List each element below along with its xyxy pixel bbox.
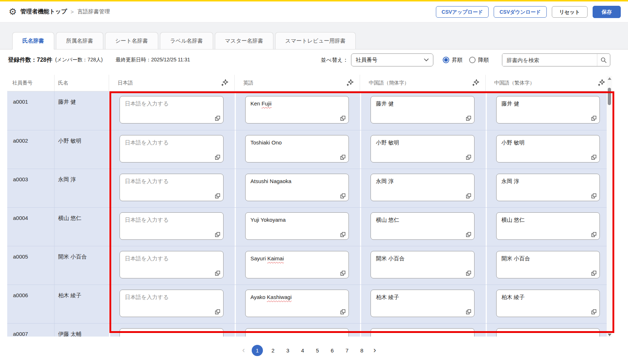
popout-icon[interactable] (591, 309, 597, 315)
popout-icon[interactable] (466, 270, 471, 276)
search-icon[interactable] (597, 54, 610, 66)
japanese-translation-input[interactable]: 日本語を入力する (120, 212, 224, 240)
chinese-traditional-translation-input[interactable]: 横山 悠仁 (496, 212, 600, 240)
reset-button[interactable]: リセット (552, 6, 588, 18)
popout-icon[interactable] (591, 232, 597, 237)
ai-sparkle-icon[interactable] (221, 79, 229, 88)
pagination-prev-icon[interactable]: ‹ (241, 346, 246, 354)
chinese-simplified-translation-input[interactable]: 横山 悠仁 (371, 212, 475, 240)
page-1[interactable]: 1 (252, 345, 263, 356)
chinese-simplified-translation-input[interactable]: 柏木 綾子 (371, 290, 475, 317)
japanese-translation-input[interactable]: 日本語を入力する (120, 174, 224, 201)
chinese-traditional-translation-input[interactable] (496, 328, 600, 337)
pagination-next-icon[interactable]: › (372, 346, 377, 354)
breadcrumb-current: 言語辞書管理 (77, 8, 110, 15)
page-5[interactable]: 5 (313, 345, 322, 356)
radio-ascending[interactable]: 昇順 (443, 57, 463, 64)
chinese-traditional-translation-input[interactable]: 開米 小百合 (496, 251, 600, 278)
chinese-simplified-translation-input[interactable] (371, 328, 475, 337)
japanese-translation-input[interactable]: 日本語を入力する (120, 290, 224, 317)
chinese-traditional-translation-input[interactable]: 永岡 淳 (496, 174, 600, 201)
vertical-scrollbar[interactable] (607, 76, 612, 337)
popout-icon[interactable] (466, 155, 471, 160)
header-actions: CSVアップロード CSVダウンロード リセット 保存 (436, 6, 621, 18)
popout-icon[interactable] (466, 193, 471, 199)
popout-icon[interactable] (340, 232, 346, 237)
chinese-traditional-translation-input[interactable]: 小野 敏明 (496, 135, 600, 162)
page-3[interactable]: 3 (283, 345, 293, 356)
csv-download-button[interactable]: CSVダウンロード (494, 6, 546, 18)
chinese-simplified-translation-input[interactable]: 開米 小百合 (371, 251, 475, 278)
popout-icon[interactable] (591, 270, 597, 276)
english-translation-input[interactable]: Yuji Yokoyama (245, 212, 349, 240)
tab-3[interactable]: ラベル名辞書 (160, 32, 213, 49)
popout-icon[interactable] (215, 309, 220, 315)
english-translation-input[interactable]: Sayuri Kaimai (245, 251, 349, 278)
page-7[interactable]: 7 (342, 345, 352, 356)
popout-icon[interactable] (591, 193, 597, 199)
popout-icon[interactable] (340, 193, 346, 199)
popout-icon[interactable] (215, 193, 220, 199)
chinese-simplified-translation-input[interactable]: 永岡 淳 (371, 174, 475, 201)
page-4[interactable]: 4 (298, 345, 307, 356)
popout-icon[interactable] (591, 155, 597, 160)
popout-icon[interactable] (466, 232, 471, 237)
english-translation-input[interactable]: Atsushi Nagaoka (245, 174, 349, 201)
english-translation-input-text: Atsushi Nagaoka (251, 178, 291, 184)
scrollbar-thumb[interactable] (608, 88, 611, 105)
tab-4[interactable]: マスター名辞書 (215, 32, 273, 49)
popout-icon[interactable] (215, 232, 220, 237)
column-header-label: 日本語 (118, 80, 133, 86)
chinese-simplified-translation-input[interactable]: 小野 敏明 (371, 135, 475, 162)
tab-2[interactable]: シート名辞書 (105, 32, 158, 49)
tab-0[interactable]: 氏名辞書 (12, 32, 54, 49)
csv-upload-button[interactable]: CSVアップロード (436, 6, 489, 18)
english-translation-input[interactable]: Ken Fujii (245, 96, 349, 124)
english-translation-input-text: Yuji Yokoyama (251, 217, 286, 223)
chinese-traditional-translation-input[interactable]: 藤井 健 (496, 96, 600, 124)
english-translation-input[interactable] (245, 328, 349, 337)
popout-icon[interactable] (215, 116, 220, 121)
popout-icon[interactable] (340, 155, 346, 160)
popout-icon[interactable] (466, 309, 471, 315)
popout-icon[interactable] (466, 116, 471, 121)
japanese-translation-input[interactable] (120, 328, 224, 337)
japanese-translation-cell: 日本語を入力する (109, 130, 235, 169)
radio-unselected-icon (469, 57, 476, 63)
ai-sparkle-icon[interactable] (472, 79, 480, 88)
english-translation-input-text: Ayako Kashiwagi (251, 294, 292, 300)
english-translation-cell: Yuji Yokoyama (235, 208, 360, 246)
radio-descending[interactable]: 降順 (469, 57, 489, 64)
popout-icon[interactable] (340, 309, 346, 315)
japanese-translation-cell: 日本語を入力する (109, 208, 235, 246)
japanese-translation-input[interactable]: 日本語を入力する (120, 135, 224, 162)
popout-icon[interactable] (215, 155, 220, 160)
chinese-traditional-translation-input-text: 永岡 淳 (502, 178, 519, 184)
tab-5[interactable]: スマートレビュー用辞書 (275, 32, 356, 49)
tab-bar: 氏名辞書所属名辞書シート名辞書ラベル名辞書マスター名辞書スマートレビュー用辞書 (0, 22, 628, 49)
chinese-simplified-translation-input[interactable]: 藤井 健 (371, 96, 475, 124)
sort-select[interactable]: 社員番号 (351, 53, 433, 66)
page-6[interactable]: 6 (328, 345, 337, 356)
japanese-translation-input[interactable]: 日本語を入力する (120, 96, 224, 124)
english-translation-input[interactable]: Toshiaki Ono (245, 135, 349, 162)
save-button[interactable]: 保存 (593, 6, 621, 18)
search-input[interactable] (502, 54, 597, 66)
employee-id-cell: a0006 (7, 285, 55, 323)
page-2[interactable]: 2 (268, 345, 278, 356)
english-translation-cell: Sayuri Kaimai (235, 246, 360, 285)
popout-icon[interactable] (591, 116, 597, 121)
ai-sparkle-icon[interactable] (346, 79, 354, 88)
japanese-translation-input[interactable]: 日本語を入力する (120, 251, 224, 278)
scroll-down-icon[interactable] (607, 332, 612, 337)
chinese-traditional-translation-input[interactable]: 柏木 綾子 (496, 290, 600, 317)
scroll-up-icon[interactable] (607, 76, 612, 81)
ai-sparkle-icon[interactable] (597, 79, 605, 88)
page-8[interactable]: 8 (357, 345, 367, 356)
breadcrumb-root[interactable]: 管理者機能トップ (20, 8, 67, 16)
popout-icon[interactable] (215, 270, 220, 276)
popout-icon[interactable] (340, 270, 346, 276)
english-translation-input[interactable]: Ayako Kashiwagi (245, 290, 349, 317)
popout-icon[interactable] (340, 116, 346, 121)
tab-1[interactable]: 所属名辞書 (56, 32, 103, 49)
